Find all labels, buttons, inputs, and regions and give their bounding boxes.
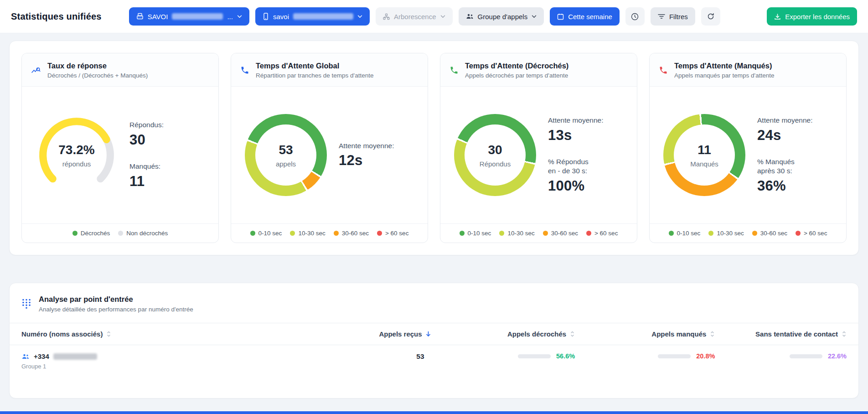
legend-item: 10-30 sec bbox=[499, 230, 534, 237]
page-title: Statistiques unifiées bbox=[11, 11, 102, 22]
table-header-row: Numéro (noms associés)Appels reçusAppels… bbox=[10, 323, 858, 345]
card-title: Taux de réponse bbox=[47, 62, 148, 70]
line-select-label: SAVOI bbox=[148, 13, 168, 21]
legend-label: 10-30 sec bbox=[298, 230, 325, 237]
stat-label: % Manquésaprès 30 s: bbox=[757, 157, 840, 176]
bottom-accent-bar bbox=[0, 411, 868, 414]
gauge-center-label: répondus bbox=[62, 160, 91, 168]
progress-bar-cell: 56.6% bbox=[455, 352, 575, 360]
call-group-label: Groupe d'appels bbox=[478, 13, 528, 21]
card-subtitle: Répartition par tranches de temps d'atte… bbox=[256, 72, 373, 79]
card-temps-attente-decroches: Temps d'Attente (Décrochés) Appels décro… bbox=[440, 53, 637, 243]
card-title: Temps d'Attente (Décrochés) bbox=[465, 62, 568, 70]
card-stats: Attente moyenne:13s% Répondusen - de 30 … bbox=[536, 116, 630, 195]
redacted-text bbox=[293, 13, 353, 20]
entry-number-text: +334 bbox=[34, 352, 49, 360]
card-legend: 0-10 sec10-30 sec30-60 sec> 60 sec bbox=[440, 223, 637, 243]
legend-dot bbox=[72, 231, 78, 236]
column-sort-control[interactable]: Appels manqués bbox=[651, 330, 715, 338]
legend-item: Décrochés bbox=[72, 230, 110, 237]
progress-bar-track bbox=[790, 354, 822, 358]
no-attempt-rate-cell: 22.6% bbox=[727, 345, 858, 378]
stat-block: Manqués:11 bbox=[129, 162, 212, 190]
column-sort-control[interactable]: Appels reçus bbox=[379, 330, 430, 338]
progress-bar-label: 22.6% bbox=[828, 352, 847, 360]
arborescence-button[interactable]: Arborescence bbox=[376, 7, 453, 26]
missed-wait-donut: 11 Manqués bbox=[663, 114, 745, 196]
sort-desc-icon bbox=[426, 331, 431, 337]
donut-center-label: appels bbox=[276, 160, 296, 168]
legend-label: 30-60 sec bbox=[551, 230, 578, 237]
legend-item: 10-30 sec bbox=[290, 230, 325, 237]
entry-number-cell: +334Groupe 1 bbox=[10, 345, 324, 378]
card-stats: Attente moyenne:12s bbox=[327, 141, 421, 169]
legend-item: Non décrochés bbox=[118, 230, 168, 237]
filter-icon bbox=[658, 14, 665, 19]
export-button[interactable]: Exporter les données bbox=[767, 7, 857, 26]
legend-item: > 60 sec bbox=[586, 230, 618, 237]
call-group-select-button[interactable]: Groupe d'appels bbox=[459, 7, 544, 26]
column-sort-control[interactable]: Numéro (noms associés) bbox=[21, 330, 111, 338]
legend-dot bbox=[586, 231, 591, 236]
card-header: Temps d'Attente (Manqués) Appels manqués… bbox=[650, 53, 846, 87]
card-header: Temps d'Attente (Décrochés) Appels décro… bbox=[440, 53, 637, 87]
stat-block: Répondus:30 bbox=[129, 120, 212, 148]
filters-button[interactable]: Filtres bbox=[651, 7, 695, 26]
chevron-down-icon bbox=[237, 15, 242, 18]
stat-value: 13s bbox=[548, 127, 630, 144]
chevron-down-icon bbox=[532, 15, 537, 18]
legend-dot bbox=[796, 231, 801, 236]
redacted-text bbox=[172, 13, 223, 20]
dialpad-icon bbox=[21, 298, 31, 310]
card-subtitle: Décrochés / (Décrochés + Manqués) bbox=[47, 72, 148, 79]
legend-dot bbox=[377, 231, 382, 236]
answered-rate-cell: 56.6% bbox=[443, 345, 587, 378]
fax-icon bbox=[136, 13, 144, 20]
history-button[interactable] bbox=[625, 7, 645, 26]
top-bar: Statistiques unifiées SAVOI ... savoi Ar… bbox=[0, 0, 868, 33]
line-select-button[interactable]: SAVOI ... bbox=[129, 7, 249, 26]
response-rate-gauge: 73.2% répondus bbox=[36, 114, 118, 196]
legend-label: > 60 sec bbox=[385, 230, 408, 237]
legend-label: Non décrochés bbox=[126, 230, 168, 237]
wait-time-donut: 53 appels bbox=[245, 114, 327, 196]
stat-value: 12s bbox=[339, 152, 421, 169]
column-label: Sans tentative de contact bbox=[755, 330, 838, 338]
period-select-button[interactable]: Cette semaine bbox=[550, 7, 620, 26]
download-icon bbox=[774, 13, 781, 20]
donut-center-label: Manqués bbox=[690, 160, 718, 168]
entry-points-table: Numéro (noms associés)Appels reçusAppels… bbox=[10, 323, 858, 377]
phone-icon bbox=[240, 66, 249, 75]
progress-bar-cell: 20.8% bbox=[599, 352, 715, 360]
sort-toggle-icon bbox=[106, 331, 111, 337]
column-sort-control[interactable]: Sans tentative de contact bbox=[755, 330, 847, 338]
card-legend: DécrochésNon décrochés bbox=[22, 223, 218, 243]
group-users-icon bbox=[21, 353, 30, 360]
phone-missed-icon bbox=[659, 66, 668, 75]
column-sort-control[interactable]: Appels décrochés bbox=[507, 330, 575, 338]
stat-value: 100% bbox=[548, 178, 630, 194]
card-title: Temps d'Attente (Manqués) bbox=[674, 62, 774, 70]
progress-bar-label: 56.6% bbox=[556, 352, 575, 360]
legend-dot bbox=[669, 231, 674, 236]
card-subtitle: Appels manqués par temps d'attente bbox=[674, 72, 774, 79]
legend-label: 30-60 sec bbox=[342, 230, 369, 237]
refresh-icon bbox=[707, 13, 714, 20]
section-header: Analyse par point d'entrée Analyse détai… bbox=[10, 283, 858, 323]
legend-item: > 60 sec bbox=[796, 230, 827, 237]
account-select-button[interactable]: savoi bbox=[255, 7, 370, 26]
stat-block: % Manquésaprès 30 s:36% bbox=[757, 157, 840, 195]
legend-label: > 60 sec bbox=[804, 230, 827, 237]
legend-item: 30-60 sec bbox=[543, 230, 578, 237]
refresh-button[interactable] bbox=[701, 7, 720, 26]
stat-block: % Répondusen - de 30 s:100% bbox=[548, 157, 630, 195]
legend-item: 0-10 sec bbox=[460, 230, 491, 237]
legend-item: 0-10 sec bbox=[250, 230, 282, 237]
card-legend: 0-10 sec10-30 sec30-60 sec> 60 sec bbox=[231, 223, 428, 243]
legend-item: 0-10 sec bbox=[669, 230, 701, 237]
legend-dot bbox=[752, 231, 757, 236]
header-controls: SAVOI ... savoi Arborescence Groupe d'ap… bbox=[129, 7, 761, 26]
progress-bar-track bbox=[518, 354, 551, 358]
users-icon bbox=[466, 13, 474, 20]
stat-block: Attente moyenne:24s bbox=[757, 116, 840, 144]
